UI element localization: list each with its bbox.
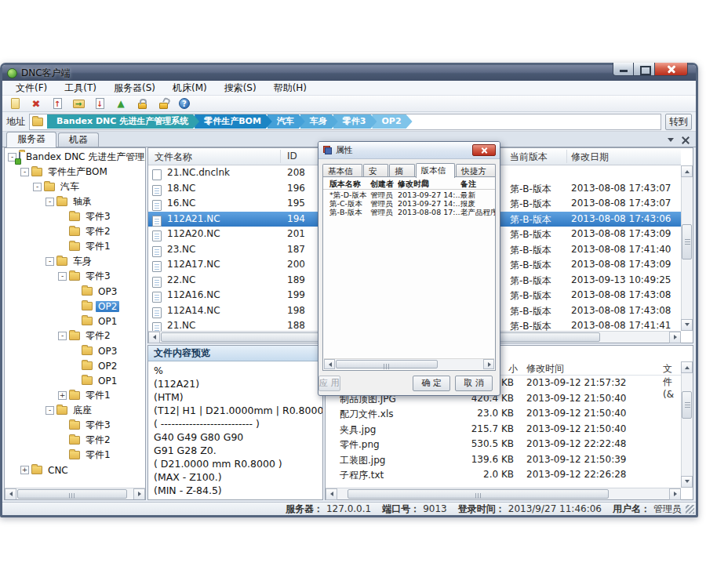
menu-item[interactable]: 工具(T): [56, 81, 105, 96]
tree-node[interactable]: - 底座: [5, 403, 145, 418]
tree-node[interactable]: - 零件3: [5, 269, 145, 284]
scroll-right-icon[interactable]: [669, 488, 681, 500]
column-creator[interactable]: 创建者: [370, 179, 394, 190]
titlebar[interactable]: DNC客户端: [2, 65, 696, 81]
tree-node[interactable]: 零件1: [5, 448, 145, 463]
close-button[interactable]: [655, 63, 688, 76]
delete-icon[interactable]: ✖: [28, 96, 44, 111]
dialog-button[interactable]: 确 定: [413, 376, 450, 391]
tree-node[interactable]: + 零件1: [5, 388, 145, 403]
tree-node[interactable]: - 零件2: [5, 328, 145, 343]
minimize-button[interactable]: [613, 63, 634, 76]
tab-list-dropdown-icon[interactable]: [668, 138, 674, 145]
tree-expander[interactable]: [71, 302, 79, 310]
tree-node[interactable]: - 汽车: [5, 180, 145, 194]
view-tab[interactable]: 机器: [58, 132, 99, 147]
tree-node[interactable]: - Bandex DNC 先进生产管理系统: [5, 150, 145, 165]
address-input[interactable]: Bandex DNC 先进生产管理系统零件生产BOM汽车车身零件3OP2: [29, 114, 661, 130]
resize-grip-icon[interactable]: [686, 505, 694, 514]
column-remark[interactable]: 备注: [460, 179, 476, 190]
tree-expander[interactable]: -: [45, 198, 54, 206]
tree-expander[interactable]: [58, 421, 67, 430]
tree-expander[interactable]: [58, 242, 67, 251]
column-date[interactable]: 修改日期: [571, 151, 609, 164]
version-row[interactable]: *第-D-版本 管理员 2013-09-27 14:... 最新: [323, 191, 495, 199]
attachment-row[interactable]: 零件.png 530.5 KB 2013-09-12 22:22:48: [326, 437, 681, 452]
menu-item[interactable]: 服务器(S): [105, 81, 164, 96]
column-version[interactable]: 当前版本: [510, 151, 548, 164]
version-row[interactable]: 第-B-版本 管理员 2013-08-08 17:... 老产品程序: [323, 208, 495, 216]
checkin-file-icon[interactable]: ↑: [49, 96, 65, 111]
tree-expander[interactable]: -: [45, 406, 54, 415]
attachment-row[interactable]: 子程序.txt 2.0 KB 2013-09-12 22:26:28: [326, 467, 681, 483]
column-version-name[interactable]: 版本名称: [329, 179, 361, 190]
breadcrumb-segment[interactable]: 车身: [300, 114, 338, 129]
tree-node[interactable]: OP2: [5, 358, 145, 373]
tree-node[interactable]: 零件2: [5, 224, 145, 239]
tree-node[interactable]: OP3: [5, 343, 145, 358]
tree-expander[interactable]: +: [58, 391, 67, 400]
attachment-row[interactable]: 工装图.jpg 139.6 KB 2013-09-12 21:50:39: [326, 452, 681, 468]
scroll-thumb[interactable]: [17, 489, 127, 499]
tree-hscrollbar[interactable]: [5, 488, 145, 499]
breadcrumb-segment[interactable]: Bandex DNC 先进生产管理系统: [47, 114, 199, 129]
column-id[interactable]: ID: [287, 151, 297, 162]
scroll-up-icon[interactable]: [681, 361, 693, 373]
column-size[interactable]: 小: [508, 362, 518, 376]
tree-expander[interactable]: [58, 451, 67, 459]
breadcrumb-segment[interactable]: OP2: [372, 114, 412, 129]
dialog-tab[interactable]: 基本信息: [322, 164, 362, 177]
tree-node[interactable]: - 轴承: [5, 194, 145, 209]
dialog-tab[interactable]: 安全: [363, 164, 388, 177]
breadcrumb-segment[interactable]: 零件3: [333, 114, 377, 129]
go-button[interactable]: 转到: [665, 114, 692, 130]
tree-node[interactable]: + CNC: [5, 463, 145, 477]
tree-expander[interactable]: [71, 361, 79, 370]
lock-icon[interactable]: [134, 96, 150, 111]
tree-node[interactable]: OP1: [5, 314, 145, 328]
maximize-button[interactable]: [634, 63, 655, 76]
dialog-button[interactable]: 取 消: [455, 376, 493, 391]
column-name[interactable]: 文件名称: [155, 151, 192, 164]
view-tab[interactable]: 服务器: [6, 132, 56, 147]
breadcrumb-segment[interactable]: 零件生产BOM: [195, 114, 272, 129]
dialog-tab[interactable]: 快捷方式: [456, 164, 496, 177]
tree-expander[interactable]: [71, 287, 79, 296]
column-time[interactable]: 修改时间: [526, 362, 564, 376]
file-list-vscrollbar[interactable]: [681, 165, 693, 331]
dialog-hscrollbar[interactable]: [324, 358, 494, 369]
menu-item[interactable]: 机床(M): [164, 81, 216, 96]
scroll-thumb[interactable]: [682, 224, 692, 260]
tree-expander[interactable]: -: [58, 272, 67, 281]
breadcrumb-segment[interactable]: 汽车: [267, 114, 305, 129]
tree-expander[interactable]: +: [20, 466, 29, 474]
tree-expander[interactable]: [58, 227, 67, 236]
tree-expander[interactable]: -: [45, 257, 54, 266]
attachments-vscrollbar[interactable]: [681, 361, 693, 488]
tree-node[interactable]: 零件3: [5, 418, 145, 433]
version-row[interactable]: 第-C-版本 管理员 2013-09-27 14:... 报废: [323, 199, 495, 208]
attachments-hscrollbar[interactable]: [326, 488, 681, 499]
tree-node[interactable]: 零件1: [5, 239, 145, 254]
checkout-file-icon[interactable]: ↓: [92, 96, 107, 111]
dialog-tab[interactable]: 摘要: [389, 164, 414, 177]
menu-item[interactable]: 帮助(H): [265, 81, 315, 96]
tree-node[interactable]: OP1: [5, 373, 145, 388]
dialog-button[interactable]: 应 用: [318, 376, 340, 391]
tree-node[interactable]: OP3: [5, 284, 145, 299]
scroll-left-icon[interactable]: [5, 488, 16, 500]
scroll-right-icon[interactable]: [483, 359, 494, 369]
tree-node[interactable]: 零件2: [5, 433, 145, 448]
scroll-down-icon[interactable]: [681, 476, 693, 488]
scroll-up-icon[interactable]: [681, 165, 693, 177]
scroll-thumb[interactable]: [682, 391, 692, 419]
scroll-thumb[interactable]: [336, 360, 438, 368]
tree-node[interactable]: 零件3: [5, 209, 145, 224]
scroll-thumb[interactable]: [348, 489, 609, 499]
tree-node[interactable]: - 零件生产BOM: [5, 165, 145, 180]
open-folder-icon[interactable]: →: [71, 96, 86, 111]
attachment-row[interactable]: 配刀文件.xls 23.0 KB 2013-09-12 21:50:40: [326, 406, 681, 422]
scroll-down-icon[interactable]: [681, 319, 693, 331]
help-icon[interactable]: ?: [176, 96, 192, 111]
scroll-right-icon[interactable]: [669, 332, 681, 343]
